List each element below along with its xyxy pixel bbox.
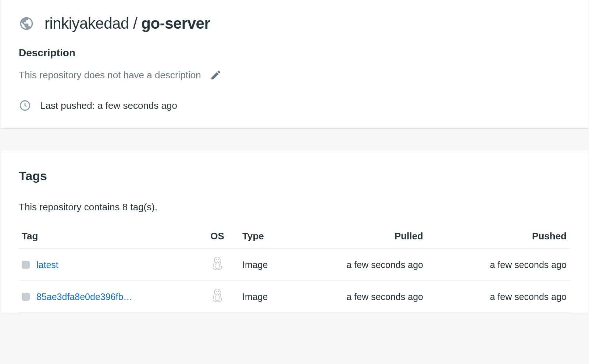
- tags-table: Tag OS Type Pulled Pushed latest: [19, 224, 570, 313]
- tag-pushed: a few seconds ago: [438, 281, 570, 313]
- tag-type: Image: [239, 249, 306, 281]
- tag-indicator-icon: [22, 293, 30, 301]
- svg-point-7: [216, 291, 217, 292]
- description-text: This repository does not have a descript…: [19, 69, 201, 81]
- svg-point-1: [214, 257, 220, 263]
- description-row: This repository does not have a descript…: [19, 69, 570, 81]
- table-row: 85ae3dfa8e0de396fb…: [19, 281, 570, 313]
- svg-point-2: [215, 263, 219, 269]
- tag-link[interactable]: latest: [36, 260, 58, 270]
- description-heading: Description: [19, 47, 570, 59]
- tags-card: Tags This repository contains 8 tag(s). …: [0, 150, 589, 313]
- repo-name: go-server: [141, 15, 210, 32]
- clock-icon: [19, 99, 31, 112]
- col-header-type: Type: [239, 224, 306, 249]
- svg-point-5: [214, 289, 220, 295]
- edit-description-icon[interactable]: [210, 69, 222, 81]
- col-header-pulled: Pulled: [306, 224, 438, 249]
- tag-pulled: a few seconds ago: [306, 249, 438, 281]
- linux-icon: [212, 289, 223, 302]
- section-spacer: [0, 129, 589, 150]
- tags-count-text: This repository contains 8 tag(s).: [19, 201, 570, 213]
- tag-pushed: a few seconds ago: [438, 249, 570, 281]
- table-row: latest Image: [19, 249, 570, 281]
- globe-icon: [19, 16, 34, 31]
- linux-icon: [212, 257, 223, 270]
- title-separator: /: [129, 15, 142, 32]
- col-header-tag: Tag: [19, 224, 195, 249]
- last-pushed-row: Last pushed: a few seconds ago: [19, 99, 570, 112]
- col-header-os: OS: [195, 224, 239, 249]
- svg-point-6: [215, 295, 219, 301]
- tags-heading: Tags: [19, 169, 570, 183]
- tag-indicator-icon: [22, 261, 30, 269]
- tag-link[interactable]: 85ae3dfa8e0de396fb…: [36, 292, 132, 302]
- tag-pulled: a few seconds ago: [306, 281, 438, 313]
- col-header-pushed: Pushed: [438, 224, 570, 249]
- title-row: rinkiyakedad / go-server: [19, 15, 570, 32]
- repository-header-card: rinkiyakedad / go-server Description Thi…: [0, 0, 589, 129]
- repository-title: rinkiyakedad / go-server: [44, 15, 210, 32]
- svg-point-3: [216, 259, 217, 260]
- svg-point-4: [218, 259, 219, 260]
- svg-point-8: [218, 291, 219, 292]
- last-pushed-text: Last pushed: a few seconds ago: [40, 100, 177, 111]
- owner-name: rinkiyakedad: [44, 15, 129, 32]
- tag-type: Image: [239, 281, 306, 313]
